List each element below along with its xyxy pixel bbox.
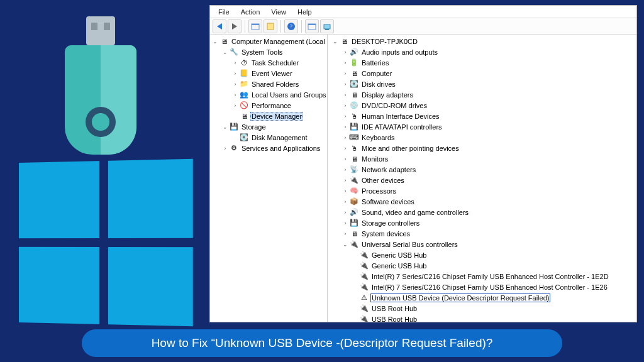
- node-label: Intel(R) 7 Series/C216 Chipset Family US…: [370, 283, 609, 291]
- node-label: Mice and other pointing devices: [360, 145, 460, 152]
- chevron-right-icon[interactable]: ›: [341, 219, 349, 227]
- chevron-down-icon[interactable]: ⌄: [211, 38, 219, 45]
- forward-button[interactable]: [228, 19, 242, 33]
- tree-item[interactable]: ›💿DVD/CD-ROM drives: [328, 100, 636, 111]
- tree-item[interactable]: ›🧠Processors: [328, 185, 636, 196]
- chevron-right-icon[interactable]: ›: [221, 145, 229, 152]
- chevron-right-icon[interactable]: ›: [341, 48, 349, 56]
- chevron-down-icon[interactable]: ⌄: [331, 38, 339, 45]
- tree-item[interactable]: ›💾Storage controllers: [328, 217, 636, 228]
- chevron-right-icon[interactable]: ›: [341, 91, 349, 99]
- tree-item[interactable]: ›🖥Monitors: [328, 153, 636, 164]
- node-icon: 🔌: [349, 240, 359, 249]
- tree-item[interactable]: 🔌Generic USB Hub: [328, 260, 636, 271]
- update-drivers-button[interactable]: [305, 19, 319, 33]
- tree-item[interactable]: 🖥Device Manager: [210, 111, 327, 121]
- tree-item[interactable]: ›👥Local Users and Groups: [210, 89, 327, 100]
- chevron-right-icon[interactable]: ›: [231, 70, 239, 77]
- chevron-right-icon[interactable]: ›: [341, 102, 349, 109]
- chevron-right-icon[interactable]: ›: [341, 134, 349, 141]
- chevron-right-icon[interactable]: ›: [341, 177, 349, 184]
- tree-item[interactable]: 🔌Intel(R) 7 Series/C216 Chipset Family U…: [328, 282, 636, 292]
- tree-item[interactable]: ⌄🖥DESKTOP-TPJK0CD: [328, 36, 636, 47]
- menu-file[interactable]: File: [214, 8, 234, 16]
- node-label: Keyboards: [360, 134, 396, 141]
- svg-rect-11: [308, 24, 316, 25]
- chevron-right-icon[interactable]: ›: [341, 198, 349, 206]
- chevron-right-icon[interactable]: ›: [341, 80, 349, 88]
- chevron-right-icon[interactable]: ›: [341, 166, 349, 173]
- tree-item[interactable]: ›📒Event Viewer: [210, 68, 327, 79]
- node-label: DVD/CD-ROM drives: [360, 102, 428, 109]
- node-label: Disk drives: [360, 80, 397, 88]
- tree-item[interactable]: ›🚫Performance: [210, 100, 327, 111]
- tree-item[interactable]: ›📦Software devices: [328, 196, 636, 207]
- chevron-right-icon[interactable]: ›: [231, 80, 239, 88]
- chevron-right-icon[interactable]: ›: [231, 102, 239, 109]
- chevron-right-icon[interactable]: ›: [341, 230, 349, 238]
- tree-item[interactable]: ›⌨Keyboards: [328, 132, 636, 143]
- tree-item[interactable]: ›🖱Mice and other pointing devices: [328, 143, 636, 153]
- tree-item[interactable]: ⌄🖥Computer Management (Local: [210, 36, 327, 47]
- tree-item[interactable]: 🔌USB Root Hub: [328, 314, 636, 322]
- device-tree[interactable]: ⌄🖥DESKTOP-TPJK0CD›🔊Audio inputs and outp…: [328, 35, 636, 322]
- node-icon: 🧠: [349, 187, 359, 195]
- tree-item[interactable]: ›🖥System devices: [328, 228, 636, 239]
- twist-empty: [352, 315, 359, 322]
- menu-action[interactable]: Action: [236, 8, 265, 16]
- tree-item[interactable]: 💽Disk Management: [210, 132, 327, 143]
- chevron-right-icon[interactable]: ›: [341, 70, 349, 77]
- back-button[interactable]: [213, 19, 226, 33]
- node-label: Software devices: [360, 198, 416, 206]
- tree-item[interactable]: ›💾IDE ATA/ATAPI controllers: [328, 121, 636, 132]
- chevron-right-icon[interactable]: ›: [341, 123, 349, 131]
- node-icon: 💾: [229, 123, 239, 131]
- tree-item[interactable]: ›🖥Display adapters: [328, 89, 636, 100]
- chevron-right-icon[interactable]: ›: [341, 112, 349, 120]
- tree-item[interactable]: ›🔋Batteries: [328, 57, 636, 68]
- console-tree[interactable]: ⌄🖥Computer Management (Local⌄🔧System Too…: [210, 35, 328, 322]
- chevron-right-icon[interactable]: ›: [341, 209, 349, 216]
- tree-item[interactable]: ›🔌Other devices: [328, 175, 636, 185]
- tree-item[interactable]: 🔌Generic USB Hub: [328, 250, 636, 260]
- properties-button[interactable]: [264, 19, 277, 33]
- tree-item[interactable]: ⚠Unknown USB Device (Device Descriptor R…: [328, 292, 636, 303]
- node-label: Event Viewer: [250, 70, 294, 77]
- tree-item[interactable]: ›⏱Task Scheduler: [210, 57, 327, 68]
- chevron-right-icon[interactable]: ›: [341, 59, 349, 67]
- help-button[interactable]: ?: [284, 19, 298, 33]
- tree-item[interactable]: ⌄🔌Universal Serial Bus controllers: [328, 239, 636, 250]
- chevron-down-icon[interactable]: ⌄: [341, 241, 349, 248]
- chevron-right-icon[interactable]: ›: [341, 155, 349, 163]
- twist-empty: [352, 294, 359, 302]
- tree-item[interactable]: ›🖱Human Interface Devices: [328, 111, 636, 121]
- windows-logo-icon: [19, 159, 193, 326]
- tree-item[interactable]: 🔌Intel(R) 7 Series/C216 Chipset Family U…: [328, 271, 636, 282]
- tree-item[interactable]: ⌄🔧System Tools: [210, 47, 327, 57]
- node-icon: 🖥: [349, 229, 359, 238]
- menu-view[interactable]: View: [267, 8, 291, 16]
- scan-hardware-button[interactable]: [320, 19, 334, 33]
- tree-item[interactable]: ›💽Disk drives: [328, 79, 636, 89]
- chevron-right-icon[interactable]: ›: [341, 145, 349, 152]
- tree-item[interactable]: 🔌USB Root Hub: [328, 303, 636, 314]
- chevron-right-icon[interactable]: ›: [231, 59, 239, 67]
- tree-item[interactable]: ›🖥Computer: [328, 68, 636, 79]
- node-icon: ⚠: [359, 293, 369, 302]
- chevron-down-icon[interactable]: ⌄: [221, 48, 229, 56]
- menu-help[interactable]: Help: [293, 8, 316, 16]
- menubar: File Action View Help: [210, 6, 636, 18]
- tree-item[interactable]: ⌄💾Storage: [210, 121, 327, 132]
- node-icon: ⌨: [349, 133, 359, 142]
- node-label: IDE ATA/ATAPI controllers: [360, 123, 443, 131]
- node-label: USB Root Hub: [370, 315, 418, 322]
- show-hide-tree-button[interactable]: [248, 19, 262, 33]
- chevron-right-icon[interactable]: ›: [341, 187, 349, 195]
- chevron-down-icon[interactable]: ⌄: [221, 123, 229, 131]
- chevron-right-icon[interactable]: ›: [231, 91, 239, 99]
- tree-item[interactable]: ›⚙Services and Applications: [210, 143, 327, 153]
- tree-item[interactable]: ›🔊Audio inputs and outputs: [328, 47, 636, 57]
- tree-item[interactable]: ›📁Shared Folders: [210, 79, 327, 89]
- tree-item[interactable]: ›🔊Sound, video and game controllers: [328, 207, 636, 217]
- tree-item[interactable]: ›📡Network adapters: [328, 164, 636, 175]
